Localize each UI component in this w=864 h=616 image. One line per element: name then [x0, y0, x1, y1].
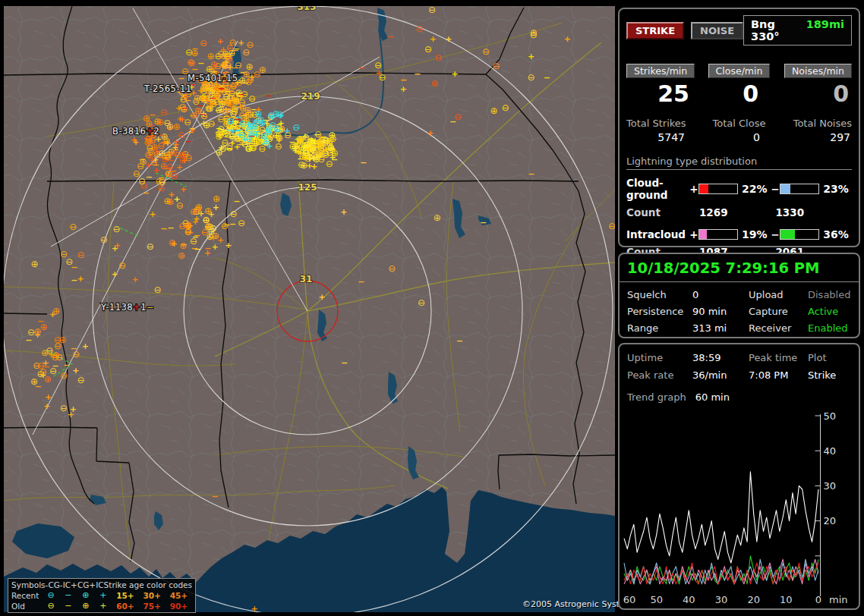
ring-distance-label: 313	[297, 6, 316, 12]
strike-symbol: −	[218, 83, 225, 93]
strike-symbol: ⊖	[60, 403, 68, 413]
recent-cg-plus-icon: ⊕	[77, 590, 94, 601]
strike-symbol: −	[142, 188, 149, 198]
strike-symbol: ⊕	[228, 48, 235, 58]
strike-symbol: −	[189, 124, 196, 134]
strike-symbol: +	[49, 310, 56, 319]
strike-symbol: ⊖	[428, 6, 436, 15]
strike-symbol: +	[445, 34, 452, 44]
total-strikes-label: Total Strikes	[626, 118, 702, 129]
strike-mode-button[interactable]: STRIKE	[626, 22, 684, 39]
strike-symbol: −	[358, 63, 365, 73]
strike-symbol: ⊕	[30, 376, 38, 387]
cg-plus-bar	[698, 184, 738, 194]
strike-symbol: −	[168, 223, 175, 233]
strike-symbol: −	[386, 32, 393, 42]
strike-symbol: −	[223, 96, 230, 105]
strike-symbol: ⊕	[203, 120, 210, 130]
strike-symbol: ⊖	[144, 149, 152, 160]
cg-minus-bar	[780, 184, 819, 194]
strike-symbol: ⊖	[164, 152, 172, 162]
cg-plus-pct: 22%	[738, 183, 771, 195]
plot-label: Plot	[808, 352, 851, 363]
strike-symbol: −	[71, 275, 77, 285]
persistence-value: 90 min	[692, 306, 749, 317]
strike-symbol: −	[232, 63, 238, 73]
strike-symbol: −	[226, 144, 233, 154]
strike-symbol: ⊖	[166, 162, 173, 172]
recent-ic-plus-icon: +	[94, 590, 112, 601]
total-close-label: Total Close	[702, 118, 777, 129]
strike-map[interactable]: ⊕+⊖⊕−⊖⊖+⊖⊕−⊖+⊕⊕⊖−+⊕⊖⊖+−++⊕⊖⊕⊖+−⊖⊕⊖+⊖+⊖+⊕…	[4, 6, 615, 612]
ic-minus-pct: 36%	[819, 228, 852, 240]
strike-symbol: ⊖	[60, 370, 68, 381]
trend-window-value: 60 min	[695, 391, 730, 403]
ring-distance-label: 219	[301, 91, 320, 102]
x-tick-label: 50	[650, 594, 663, 605]
strikes-per-min-chip[interactable]: Strikes/min	[626, 64, 695, 78]
strike-symbol: ⊕	[431, 78, 439, 89]
receiver-status: Enabled	[808, 322, 851, 334]
strike-symbol: +	[236, 130, 243, 140]
strike-stats-panel: STRIKE NOISE Bng 330° 189mi Strikes/min …	[618, 8, 860, 247]
strike-symbol: ⊖	[502, 102, 509, 113]
strike-symbol: +	[225, 240, 232, 250]
strike-symbol: −	[248, 131, 255, 141]
strike-symbol: +	[72, 366, 79, 376]
strike-symbol: ⊖	[190, 236, 197, 247]
strike-symbol: −	[544, 73, 550, 83]
strike-symbol: −	[70, 344, 77, 354]
legend-symbols-header: Symbols	[11, 580, 46, 590]
total-noises-value: 297	[777, 131, 852, 143]
storm-cell-label: B-3816+2	[112, 126, 159, 137]
strike-symbol: ⊖	[292, 122, 300, 133]
strike-symbol: −	[360, 158, 367, 168]
strike-symbol: ⊕	[156, 176, 163, 187]
strike-symbol: +	[564, 34, 571, 44]
peak-time-value: 7:08 PM	[749, 369, 808, 381]
noises-per-min-chip[interactable]: Noises/min	[784, 64, 852, 78]
strike-symbol: −	[64, 360, 71, 370]
cg-plus-count: 1269	[699, 206, 776, 218]
strike-symbol: +	[145, 160, 152, 170]
ic-plus-pct: 19%	[738, 228, 771, 240]
noise-mode-button[interactable]: NOISE	[691, 22, 743, 39]
strike-symbol: ⊕	[246, 61, 254, 72]
strike-symbol: −	[358, 277, 364, 287]
strike-symbol: −	[414, 69, 421, 79]
squelch-value: 0	[692, 289, 749, 300]
y-tick-label: 50	[824, 411, 837, 422]
strike-symbol: ⊖	[178, 221, 186, 231]
strike-symbol: ⊖	[238, 218, 245, 228]
strike-symbol: ⊖	[246, 39, 254, 50]
trend-graph[interactable]: 203040506050403020100min	[623, 411, 857, 605]
strike-symbol: −	[229, 219, 236, 229]
strike-symbol: −	[210, 93, 216, 103]
legend-age-title: Strike age color codes	[104, 580, 192, 590]
strike-symbol: ⊖	[416, 24, 424, 34]
old-ic-plus-icon: +	[94, 601, 112, 611]
strike-symbol: ⊖	[229, 209, 237, 219]
total-strikes-value: 5747	[626, 131, 702, 143]
cg-minus-pct: 23%	[819, 183, 852, 195]
strike-symbol: −	[71, 262, 77, 272]
x-axis-unit: min	[829, 594, 848, 605]
strike-symbol: +	[340, 207, 347, 217]
strike-symbol: ⊖	[418, 297, 425, 308]
plot-value: Strike	[808, 369, 851, 381]
x-tick-label: 0	[815, 594, 821, 605]
strike-symbol: −	[253, 116, 260, 126]
strike-symbol: +	[451, 69, 458, 79]
strike-symbol: ⊖	[200, 38, 207, 49]
strike-symbol: ⊖	[100, 234, 108, 245]
close-per-min-chip[interactable]: Close/min	[708, 64, 771, 78]
strike-symbol: +	[77, 274, 84, 284]
strike-symbol: +	[528, 52, 534, 61]
strike-symbol: −	[341, 358, 348, 368]
recent-ic-minus-icon: −	[59, 590, 77, 601]
strike-symbol: ⊕	[202, 215, 210, 225]
strike-symbol: ⊖	[327, 143, 335, 153]
trend-series-strike-rate-total	[624, 472, 818, 563]
strike-symbol: ⊖	[159, 107, 167, 118]
receiver-status-panel: 10/18/2025 7:29:16 PM Squelch 0 Upload D…	[618, 253, 860, 338]
